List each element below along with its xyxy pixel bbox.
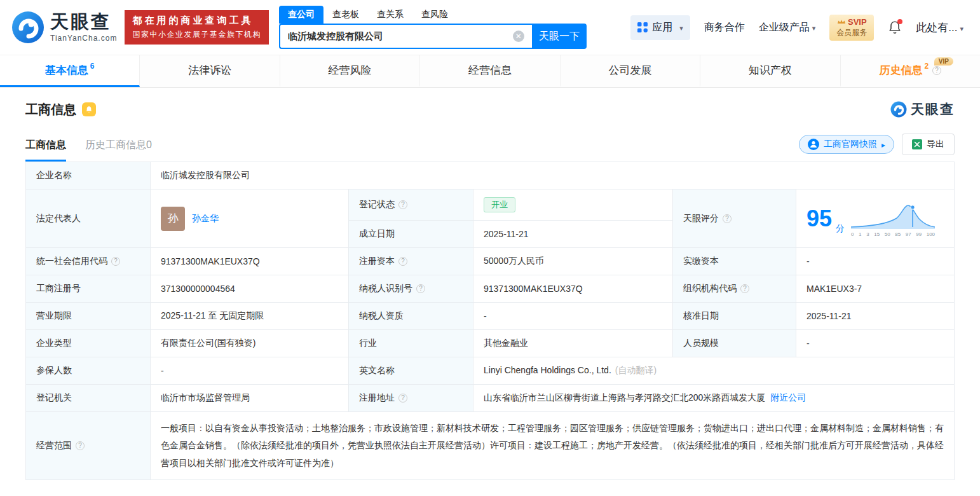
staff-size-label: 人员规模 bbox=[673, 330, 796, 357]
tab-history-info-count: 2 bbox=[924, 62, 929, 71]
industry-value: 其他金融业 bbox=[473, 330, 673, 357]
tab-operational-risk[interactable]: 经营风险 bbox=[280, 55, 420, 87]
tab-intellectual-property[interactable]: 知识产权 bbox=[700, 55, 840, 87]
reg-number-value: 371300000004564 bbox=[151, 275, 349, 303]
approval-date-value: 2025-11-21 bbox=[796, 303, 955, 330]
insured-count-value: - bbox=[151, 357, 349, 385]
taxpayer-qualification-value: - bbox=[473, 303, 673, 330]
tab-legal-proceedings[interactable]: 法律诉讼 bbox=[140, 55, 280, 87]
reg-number-label: 工商注册号 bbox=[26, 275, 151, 303]
clear-icon[interactable]: ✕ bbox=[513, 31, 524, 42]
search-tab-risk[interactable]: 查风险 bbox=[412, 6, 457, 24]
org-code-label: 组织机构代码 bbox=[673, 275, 796, 303]
table-row: 营业期限 2025-11-21 至 无固定期限 纳税人资质 - 核准日期 202… bbox=[26, 303, 955, 330]
score-cell: 95 分 0131550859799100 bbox=[796, 189, 955, 248]
tab-history-info[interactable]: VIP 历史信息 2 bbox=[841, 55, 980, 87]
score-unit: 分 bbox=[836, 223, 845, 235]
search-tab-company[interactable]: 查公司 bbox=[279, 6, 323, 24]
help-icon[interactable] bbox=[111, 257, 120, 266]
tianyancha-watermark: 天眼查 bbox=[890, 100, 955, 118]
help-icon[interactable] bbox=[740, 284, 749, 293]
company-type-label: 企业类型 bbox=[26, 330, 151, 357]
table-row: 统一社会信用代码 91371300MAK1EUX37Q 注册资本 50000万人… bbox=[26, 248, 955, 275]
business-cooperation-link[interactable]: 商务合作 bbox=[704, 21, 745, 34]
reg-capital-label: 注册资本 bbox=[349, 248, 473, 275]
search-tabs: 查公司 查老板 查关系 查风险 bbox=[279, 6, 587, 24]
business-scope-label: 经营范围 bbox=[26, 412, 151, 480]
apps-button[interactable]: 应用 bbox=[630, 15, 690, 40]
legal-rep-cell: 孙 孙金华 bbox=[151, 189, 349, 248]
export-button[interactable]: 导出 bbox=[902, 134, 955, 155]
status-badge: 开业 bbox=[484, 197, 515, 212]
help-icon[interactable] bbox=[398, 257, 407, 266]
export-label: 导出 bbox=[927, 139, 944, 150]
tianyancha-logo[interactable]: 天眼查 TianYanCha.com bbox=[11, 11, 117, 44]
header-right: 应用 商务合作 企业级产品 SVIP 会员服务 此处有... bbox=[630, 15, 969, 41]
crown-icon bbox=[837, 18, 846, 25]
notification-bell-icon[interactable] bbox=[888, 20, 902, 34]
official-snapshot-button[interactable]: 工商官网快照 bbox=[799, 135, 894, 154]
enterprise-products-link[interactable]: 企业级产品 bbox=[759, 21, 816, 34]
chevron-down-icon bbox=[957, 22, 963, 34]
taxpayer-id-value: 91371300MAK1EUX37Q bbox=[473, 275, 673, 303]
help-icon[interactable] bbox=[932, 66, 941, 75]
promo-banner: 都在用的商业查询工具 国家中小企业发展子基金旗下机构 bbox=[125, 10, 269, 45]
tab-company-development-label: 公司发展 bbox=[608, 63, 651, 78]
search-tab-boss[interactable]: 查老板 bbox=[323, 6, 368, 24]
table-row: 经营范围 一般项目：以自有资金从事投资活动；土地整治服务；市政设施管理；新材料技… bbox=[26, 412, 955, 480]
excel-icon bbox=[912, 139, 922, 149]
taxpayer-qualification-label: 纳税人资质 bbox=[349, 303, 473, 330]
help-icon[interactable] bbox=[416, 284, 425, 293]
legal-rep-label: 法定代表人 bbox=[26, 189, 151, 248]
header: 天眼查 TianYanCha.com 都在用的商业查询工具 国家中小企业发展子基… bbox=[0, 0, 980, 55]
promo-line2: 国家中小企业发展子基金旗下机构 bbox=[132, 29, 261, 40]
table-row: 登记机关 临沂市市场监督管理局 注册地址 山东省临沂市兰山区柳青街道上海路与孝河… bbox=[26, 385, 955, 412]
paid-capital-label: 实缴资本 bbox=[673, 248, 796, 275]
business-term-label: 营业期限 bbox=[26, 303, 151, 330]
help-icon[interactable] bbox=[398, 200, 407, 209]
reg-capital-value: 50000万人民币 bbox=[473, 248, 673, 275]
credit-code-value: 91371300MAK1EUX37Q bbox=[151, 248, 349, 275]
credit-code-label: 统一社会信用代码 bbox=[26, 248, 151, 275]
org-code-value: MAK1EUX3-7 bbox=[796, 275, 955, 303]
tab-company-development[interactable]: 公司发展 bbox=[561, 55, 700, 87]
arrow-right-icon bbox=[881, 139, 885, 149]
subscribe-bell-icon[interactable] bbox=[82, 102, 96, 116]
help-icon[interactable] bbox=[398, 394, 407, 403]
tianyancha-logo-icon bbox=[11, 11, 44, 44]
english-name-value: Linyi Chengfa Holdings Co., Ltd.(自动翻译) bbox=[473, 357, 955, 385]
help-icon[interactable] bbox=[723, 214, 732, 223]
account-label: 此处有... bbox=[916, 22, 957, 34]
search-button[interactable]: 天眼一下 bbox=[532, 24, 587, 49]
tab-basic-info[interactable]: 基本信息 6 bbox=[0, 55, 140, 87]
reg-authority-label: 登记机关 bbox=[26, 385, 151, 412]
brand-name: 天眼查 bbox=[50, 13, 117, 31]
subtab-business-registration[interactable]: 工商信息 bbox=[25, 139, 66, 162]
chevron-down-icon bbox=[810, 22, 816, 32]
tab-legal-proceedings-label: 法律诉讼 bbox=[188, 63, 231, 78]
svip-badge[interactable]: SVIP 会员服务 bbox=[829, 15, 874, 41]
nearby-companies-link[interactable]: 附近公司 bbox=[770, 392, 806, 403]
tab-history-info-label: 历史信息 bbox=[879, 63, 922, 78]
table-row: 工商注册号 371300000004564 纳税人识别号 91371300MAK… bbox=[26, 275, 955, 303]
subtab-history-registration[interactable]: 历史工商信息0 bbox=[85, 139, 152, 162]
person-badge-icon bbox=[808, 139, 819, 150]
search-input-box: ✕ bbox=[279, 24, 532, 49]
help-icon[interactable] bbox=[76, 441, 85, 450]
insured-count-label: 参保人数 bbox=[26, 357, 151, 385]
business-scope-value: 一般项目：以自有资金从事投资活动；土地整治服务；市政设施管理；新材料技术研发；工… bbox=[151, 412, 955, 480]
legal-rep-link[interactable]: 孙金华 bbox=[192, 213, 219, 224]
avatar[interactable]: 孙 bbox=[161, 207, 185, 231]
reg-address-label: 注册地址 bbox=[349, 385, 473, 412]
account-menu[interactable]: 此处有... bbox=[916, 20, 963, 35]
score-curve-chart: 0131550859799100 bbox=[851, 200, 935, 237]
score-label: 天眼评分 bbox=[673, 189, 796, 248]
business-info-table: 企业名称 临沂城发控股有限公司 法定代表人 孙 孙金华 登记状态 开业 天眼评分… bbox=[25, 162, 955, 480]
subtab-row: 工商信息 历史工商信息0 工商官网快照 导出 bbox=[25, 134, 955, 162]
search-tab-relation[interactable]: 查关系 bbox=[368, 6, 412, 24]
tab-business-info[interactable]: 经营信息 bbox=[420, 55, 560, 87]
search-input[interactable] bbox=[288, 31, 513, 42]
paid-capital-value: - bbox=[796, 248, 955, 275]
enterprise-products-label: 企业级产品 bbox=[759, 22, 810, 32]
svip-label: SVIP bbox=[848, 17, 867, 27]
